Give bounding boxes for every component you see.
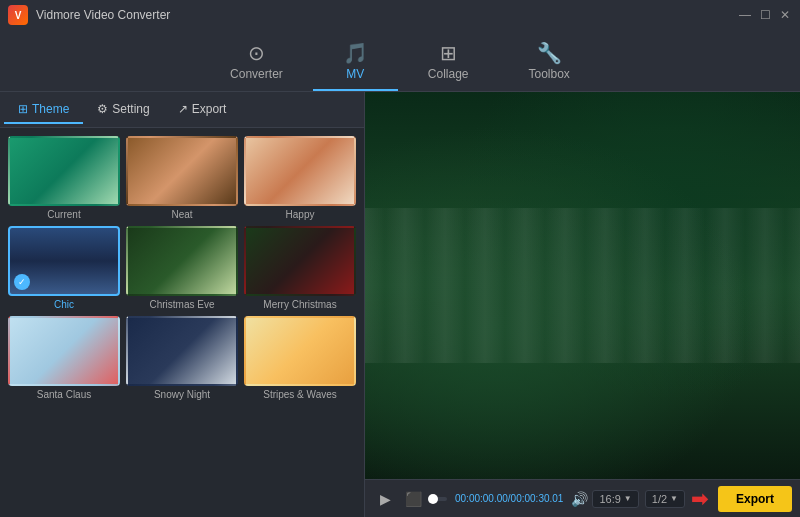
nav-converter[interactable]: ⊙ Converter — [200, 33, 313, 91]
nav-toolbox[interactable]: 🔧 Toolbox — [499, 33, 600, 91]
theme-neat-thumb — [126, 136, 238, 206]
theme-snowy-label: Snowy Night — [154, 389, 210, 400]
theme-merry-christmas[interactable]: Merry Christmas — [244, 226, 356, 310]
theme-snowy-thumb — [126, 316, 238, 386]
left-panel: ⊞ Theme ⚙ Setting ↗ Export Current Neat — [0, 92, 365, 517]
ratio-arrow-icon: ▼ — [624, 494, 632, 503]
nav-mv-label: MV — [346, 67, 364, 81]
theme-chic-label: Chic — [54, 299, 74, 310]
theme-stripes-thumb — [244, 316, 356, 386]
preview-area — [365, 92, 800, 479]
tab-theme[interactable]: ⊞ Theme — [4, 96, 83, 124]
red-arrow-icon: ➡ — [691, 487, 708, 511]
theme-christmas-eve-thumb — [126, 226, 238, 296]
controls-bar: ▶ ⬛ 00:00:00.00/00:00:30.01 🔊 16:9 ▼ 1/2… — [365, 479, 800, 517]
quality-selector[interactable]: 1/2 ▼ — [645, 490, 685, 508]
theme-santa-label: Santa Claus — [37, 389, 91, 400]
nav-collage-label: Collage — [428, 67, 469, 81]
theme-current-thumb — [8, 136, 120, 206]
tab-theme-label: Theme — [32, 102, 69, 116]
collage-icon: ⊞ — [440, 41, 457, 65]
quality-arrow-icon: ▼ — [670, 494, 678, 503]
nav-toolbox-label: Toolbox — [529, 67, 570, 81]
theme-current-label: Current — [47, 209, 80, 220]
theme-chic-thumb: ✓ — [8, 226, 120, 296]
panel-tabs: ⊞ Theme ⚙ Setting ↗ Export — [0, 92, 364, 128]
tab-export-label: Export — [192, 102, 227, 116]
tab-setting-label: Setting — [112, 102, 149, 116]
theme-happy-thumb — [244, 136, 356, 206]
progress-dot — [428, 494, 438, 504]
setting-tab-icon: ⚙ — [97, 102, 108, 116]
stop-button[interactable]: ⬛ — [401, 487, 425, 511]
titlebar: V Vidmore Video Converter — ☐ ✕ — [0, 0, 800, 30]
ratio-value: 16:9 — [599, 493, 620, 505]
converter-icon: ⊙ — [248, 41, 265, 65]
app-logo: V — [8, 5, 28, 25]
main-layout: ⊞ Theme ⚙ Setting ↗ Export Current Neat — [0, 92, 800, 517]
close-button[interactable]: ✕ — [778, 8, 792, 22]
toolbox-icon: 🔧 — [537, 41, 562, 65]
minimize-button[interactable]: — — [738, 8, 752, 22]
theme-santa-thumb — [8, 316, 120, 386]
theme-christmas-eve[interactable]: Christmas Eve — [126, 226, 238, 310]
tab-export[interactable]: ↗ Export — [164, 96, 241, 124]
time-display: 00:00:00.00/00:00:30.01 — [455, 493, 563, 504]
export-button[interactable]: Export — [718, 486, 792, 512]
theme-merry-christmas-label: Merry Christmas — [263, 299, 336, 310]
chic-checkmark: ✓ — [14, 274, 30, 290]
time-current: 00:00:00.00 — [455, 493, 508, 504]
theme-happy[interactable]: Happy — [244, 136, 356, 220]
theme-current[interactable]: Current — [8, 136, 120, 220]
quality-value: 1/2 — [652, 493, 667, 505]
theme-stripes[interactable]: Stripes & Waves — [244, 316, 356, 400]
theme-chic[interactable]: ✓ Chic — [8, 226, 120, 310]
theme-grid: Current Neat Happy ✓ Chic Christmas Eve — [0, 128, 364, 517]
theme-tab-icon: ⊞ — [18, 102, 28, 116]
tab-setting[interactable]: ⚙ Setting — [83, 96, 163, 124]
theme-christmas-eve-label: Christmas Eve — [149, 299, 214, 310]
progress-bar[interactable] — [433, 497, 447, 501]
ratio-selector[interactable]: 16:9 ▼ — [592, 490, 638, 508]
time-total: 00:00:30.01 — [511, 493, 564, 504]
theme-happy-label: Happy — [286, 209, 315, 220]
nav-mv[interactable]: 🎵 MV — [313, 33, 398, 91]
play-button[interactable]: ▶ — [373, 487, 397, 511]
theme-stripes-label: Stripes & Waves — [263, 389, 337, 400]
app-title: Vidmore Video Converter — [36, 8, 738, 22]
theme-merry-christmas-thumb — [244, 226, 356, 296]
nav-converter-label: Converter — [230, 67, 283, 81]
theme-neat[interactable]: Neat — [126, 136, 238, 220]
theme-neat-label: Neat — [171, 209, 192, 220]
volume-icon[interactable]: 🔊 — [571, 491, 588, 507]
theme-snowy[interactable]: Snowy Night — [126, 316, 238, 400]
nav-collage[interactable]: ⊞ Collage — [398, 33, 499, 91]
right-panel: ▶ ⬛ 00:00:00.00/00:00:30.01 🔊 16:9 ▼ 1/2… — [365, 92, 800, 517]
top-navigation: ⊙ Converter 🎵 MV ⊞ Collage 🔧 Toolbox — [0, 30, 800, 92]
preview-background — [365, 92, 800, 479]
maximize-button[interactable]: ☐ — [758, 8, 772, 22]
window-controls: — ☐ ✕ — [738, 8, 792, 22]
export-tab-icon: ↗ — [178, 102, 188, 116]
mv-icon: 🎵 — [343, 41, 368, 65]
logo-text: V — [15, 10, 22, 21]
theme-santa[interactable]: Santa Claus — [8, 316, 120, 400]
